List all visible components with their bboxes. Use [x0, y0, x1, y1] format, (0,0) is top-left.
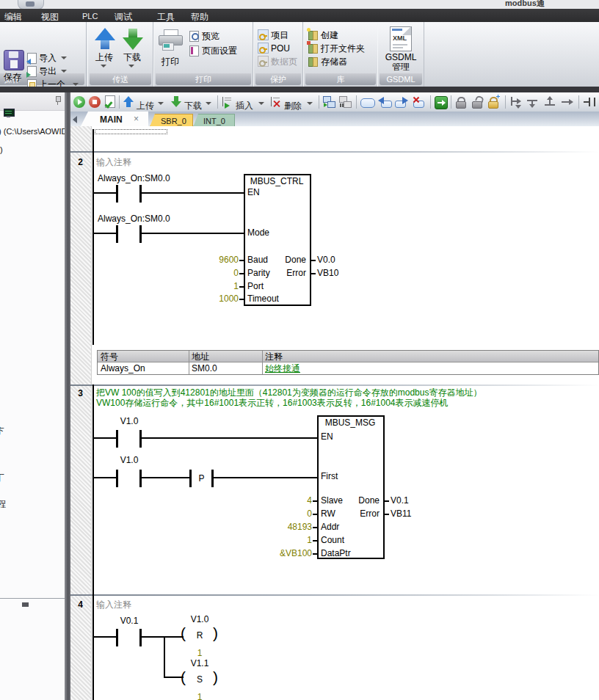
operand-value[interactable]: 1000	[195, 294, 239, 304]
project-node-icon[interactable]	[4, 109, 15, 118]
operand-value[interactable]: VB11	[391, 509, 411, 519]
export-icon	[27, 66, 37, 77]
menu-plc[interactable]: PLC	[82, 12, 98, 21]
pin-icon[interactable]	[54, 96, 61, 105]
tree-item-fragment-2[interactable]: 丁	[0, 473, 4, 483]
pin-stub	[313, 514, 317, 515]
tab-main[interactable]: MAIN ×	[81, 112, 148, 126]
gsdml-manage-button[interactable]: XML GSDML 管理	[382, 26, 420, 73]
operand-value[interactable]: 48193	[268, 522, 312, 532]
previous-caret-icon	[73, 83, 79, 86]
lock-icon[interactable]	[455, 96, 466, 108]
wire-h	[214, 477, 317, 478]
program-status-off-icon[interactable]	[339, 96, 352, 108]
branch-merge-icon[interactable]	[526, 96, 540, 108]
bookmark-prev-icon[interactable]	[378, 97, 391, 107]
coil-reset[interactable]: V1.0 ( ) R 1	[179, 615, 220, 656]
preview-label: 预览	[202, 32, 219, 41]
operand-value[interactable]: V0.0	[317, 255, 335, 265]
contact-v10-en[interactable]	[116, 430, 142, 448]
operand-value[interactable]: &VB100	[268, 549, 312, 558]
download-button[interactable]: 下载	[170, 95, 214, 109]
contact-v10-first[interactable]	[116, 470, 142, 487]
contact-always-on-2[interactable]	[116, 225, 142, 243]
mbus-ctrl-pin: Port	[247, 282, 264, 291]
bookmark-clear-icon[interactable]	[413, 97, 426, 107]
operand-value[interactable]: 0	[195, 269, 239, 278]
operand-value[interactable]: 9600	[195, 255, 239, 265]
pou-protect-button[interactable]: POU	[258, 43, 300, 54]
coil-operand[interactable]: 1	[185, 693, 214, 700]
operand-value[interactable]: 1	[195, 282, 239, 291]
wire-h	[142, 477, 189, 478]
page-setup-button[interactable]: 页面设置	[189, 45, 248, 56]
run-button[interactable]	[73, 96, 85, 108]
save-button[interactable]: 保存	[1, 48, 25, 87]
edge-contact-p[interactable]: P	[189, 470, 214, 487]
operand-value[interactable]: 4	[268, 496, 312, 506]
project-protect-button[interactable]: 项目	[258, 29, 300, 40]
data-page-key-icon	[258, 56, 269, 67]
operand-value[interactable]: V0.1	[391, 496, 409, 506]
insert-label: 插入	[236, 100, 253, 112]
project-path-fragment[interactable]: ) (C:\Users\AOWID	[0, 127, 68, 136]
ribbon-group-gsdml-label: GSDML	[380, 73, 422, 85]
network2-comment[interactable]: 输入注释	[96, 158, 131, 167]
contact-always-on-1[interactable]	[116, 185, 142, 203]
coil-operand[interactable]: 1	[185, 649, 214, 658]
tree-item-fragment-1[interactable]: 卞	[0, 426, 4, 436]
stop-button[interactable]	[89, 96, 101, 108]
compile-button[interactable]	[104, 95, 115, 109]
goto-icon[interactable]	[435, 96, 448, 109]
upload-big-label: 上传	[95, 53, 113, 62]
pin-stub	[310, 273, 316, 274]
upload-button[interactable]: 上传	[123, 95, 167, 109]
download-label: 下载	[184, 100, 202, 112]
ladder-canvas	[70, 126, 599, 700]
network3-comment-line2[interactable]: VW100存储运行命令，其中16#1001表示正转，16#1003表示反转，16…	[96, 398, 449, 408]
tab-scroll-left-icon[interactable]	[73, 116, 77, 123]
contact-tool-icon[interactable]	[583, 96, 598, 108]
network3-comment-line1[interactable]: 把VW 100的值写入到412801的地址里面（412801为变频器的运行命令存…	[96, 388, 482, 398]
preview-button[interactable]: 预览	[189, 31, 241, 42]
open-folder-label: 打开文件夹	[321, 44, 365, 54]
download-big-caret-icon	[128, 65, 134, 68]
create-library-button[interactable]: 创建	[308, 29, 366, 40]
symbol-cell[interactable]: Always_On	[101, 364, 145, 373]
export-button[interactable]: 导出	[27, 66, 71, 77]
upload-big-button[interactable]: 上传	[92, 26, 118, 73]
operand-value[interactable]: VB10	[317, 269, 338, 278]
open-folder-button[interactable]: 打开文件夹	[308, 43, 375, 54]
insert-button[interactable]: 插入	[222, 95, 267, 109]
quick-access-toolbar[interactable]	[18, 0, 44, 9]
contact-v01[interactable]	[116, 629, 142, 646]
tab-main-close-icon[interactable]: ×	[134, 114, 139, 124]
tab-sbr0[interactable]: SBR_0	[150, 114, 193, 127]
network4-comment[interactable]: 输入注释	[96, 600, 131, 610]
print-big-button[interactable]: 打印	[157, 28, 185, 73]
memory-button[interactable]: 存储器	[308, 56, 366, 67]
unlock-icon[interactable]	[471, 96, 482, 108]
import-button[interactable]: 导入	[27, 53, 71, 64]
tab-int0[interactable]: INT_0	[193, 114, 235, 127]
tree-item-fragment-3[interactable]: 程	[0, 500, 6, 509]
row-up-icon[interactable]	[544, 96, 557, 108]
bookmark-next-icon[interactable]	[395, 97, 408, 107]
insert-caret-icon	[258, 102, 264, 105]
data-page-protect-button: 数据页	[258, 56, 300, 67]
address-cell[interactable]: SM0.0	[192, 364, 217, 373]
program-status-on-icon[interactable]	[323, 96, 335, 108]
previous-button[interactable]: 上一个	[27, 79, 82, 87]
delete-button[interactable]: 删除	[270, 95, 316, 109]
row-right-icon[interactable]	[561, 96, 574, 108]
operand-value[interactable]: 1	[268, 536, 312, 545]
add-lock-icon[interactable]	[487, 96, 500, 108]
branch-down-icon[interactable]	[509, 96, 523, 108]
comment-cell[interactable]: 始终接通	[265, 364, 300, 373]
panel-splitter[interactable]	[65, 92, 70, 700]
coil-set[interactable]: V1.1 ( ) S 1	[179, 659, 220, 700]
bookmark-toggle-icon[interactable]	[360, 98, 375, 108]
open-folder-icon	[308, 43, 317, 52]
operand-value[interactable]: 0	[268, 509, 312, 519]
download-big-button[interactable]: 下载	[120, 26, 146, 73]
